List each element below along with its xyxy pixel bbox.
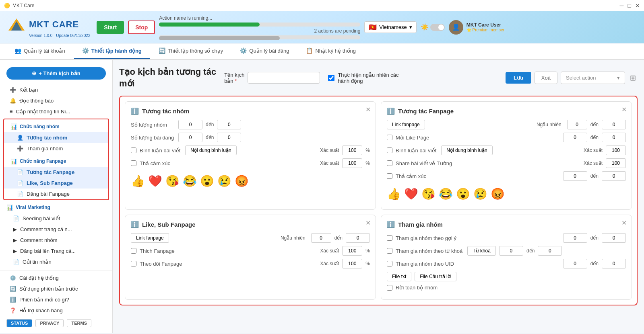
sidebar-item-ket-ban[interactable]: ➕ Kết bạn bbox=[0, 84, 112, 95]
binh-luan-checkbox-2[interactable] bbox=[387, 148, 392, 153]
xoa-button[interactable]: Xoá bbox=[535, 72, 557, 84]
so-luong-nhom-to[interactable] bbox=[217, 120, 241, 129]
moi-like-from[interactable] bbox=[563, 133, 587, 142]
ten-kich-ban-input[interactable] bbox=[248, 72, 320, 84]
select-action-dropdown[interactable]: Select action ▾ bbox=[561, 72, 625, 84]
link-fanpage-btn-2[interactable]: Link fanpage bbox=[387, 120, 425, 129]
tgtk-from[interactable] bbox=[499, 246, 523, 256]
so-luong-nhom-from[interactable] bbox=[178, 120, 202, 129]
close-button[interactable]: ✕ bbox=[635, 2, 640, 9]
xac-suat-input-5[interactable] bbox=[342, 246, 362, 256]
theo-doi-checkbox[interactable] bbox=[131, 261, 136, 266]
ng-nhien-to-3[interactable] bbox=[346, 233, 370, 243]
emoji-angry-2[interactable]: 😡 bbox=[491, 187, 505, 201]
tab-thiet-lap-thong-so[interactable]: 🔄 Thiết lập thông số chạy bbox=[151, 43, 231, 59]
ng-nhien-from-3[interactable] bbox=[311, 233, 331, 243]
binh-luan-checkbox-1[interactable] bbox=[131, 148, 136, 153]
emoji-like-1[interactable]: 👍 bbox=[131, 174, 145, 188]
sidebar-item-dang-bai-trang[interactable]: ▶ Đăng bài lên Trang cá... bbox=[0, 246, 112, 256]
ng-nhien-from-2[interactable] bbox=[567, 120, 587, 129]
theme-switch[interactable] bbox=[430, 24, 445, 31]
maximize-button[interactable]: □ bbox=[628, 2, 631, 9]
card-close-4[interactable]: ✕ bbox=[621, 219, 627, 227]
xac-suat-input-4[interactable] bbox=[606, 158, 626, 168]
sidebar-item-like-sub-fanpage[interactable]: 📄 Like, Sub Fanpage bbox=[4, 178, 108, 189]
luu-button[interactable]: Lưu bbox=[506, 72, 531, 84]
sidebar-item-doc-thong-bao[interactable]: 🔔 Đọc thông báo bbox=[0, 95, 112, 106]
emoji-haha-1[interactable]: 😘 bbox=[165, 174, 180, 188]
emoji-love-1[interactable]: ❤️ bbox=[148, 174, 162, 188]
tgtk-to[interactable] bbox=[538, 246, 562, 256]
grid-icon[interactable]: ⊞ bbox=[628, 72, 638, 84]
tham-gia-tu-khoa-checkbox[interactable] bbox=[387, 248, 392, 254]
language-selector[interactable]: 🇻🇳 Vietnamese ▾ bbox=[364, 21, 416, 33]
share-checkbox[interactable] bbox=[387, 160, 392, 166]
sidebar-item-tuong-tac-fanpage[interactable]: 📄 Tương tác Fanpage bbox=[4, 167, 108, 178]
card-close-2[interactable]: ✕ bbox=[621, 106, 627, 113]
sidebar-item-comment-trang[interactable]: ▶ Comment trang cá n... bbox=[0, 224, 112, 235]
file-cau-tra-loi-btn[interactable]: File Câu trả lời bbox=[415, 272, 456, 281]
xac-suat-input-6[interactable] bbox=[342, 259, 362, 268]
file-txt-btn[interactable]: File txt bbox=[387, 272, 411, 281]
sidebar-item-cap-nhat[interactable]: ≡ Cập nhật thông tin Ni... bbox=[0, 106, 112, 117]
card-close-3[interactable]: ✕ bbox=[365, 219, 371, 227]
xac-suat-input-2[interactable] bbox=[342, 158, 362, 168]
sidebar-item-cai-dat[interactable]: ⚙️ Cài đặt hệ thống bbox=[0, 273, 112, 283]
sidebar-item-ho-tro[interactable]: ❓ Hỗ trợ khách hàng bbox=[0, 305, 112, 316]
tguid-from[interactable] bbox=[563, 259, 587, 268]
tab-nhat-ky-he-thong[interactable]: 📋 Nhật ký hệ thống bbox=[298, 43, 364, 59]
so-luong-bai-to[interactable] bbox=[217, 133, 241, 142]
status-button[interactable]: STATUS bbox=[6, 319, 32, 327]
thich-fanpage-checkbox[interactable] bbox=[131, 248, 136, 254]
emoji-sad-2[interactable]: 😮 bbox=[456, 187, 470, 201]
tu-khoa-btn[interactable]: Từ khoá bbox=[467, 246, 496, 256]
roi-toan-bo-checkbox[interactable] bbox=[387, 285, 392, 291]
tha-cam-xuc-checkbox-1[interactable] bbox=[131, 160, 136, 166]
tham-gia-goi-y-checkbox[interactable] bbox=[387, 235, 392, 241]
tha-cam-xuc-checkbox-2[interactable] bbox=[387, 173, 392, 179]
tggy-from[interactable] bbox=[563, 233, 587, 243]
minimize-button[interactable]: ─ bbox=[620, 2, 624, 9]
emoji-haha-2[interactable]: 😘 bbox=[421, 187, 436, 201]
tab-quan-ly-bai-dang[interactable]: ⚙️ Quản lý bài đăng bbox=[232, 43, 297, 59]
emoji-cry-2[interactable]: 😢 bbox=[473, 187, 487, 201]
noi-dung-binh-luan-btn-1[interactable]: Nội dung bình luận bbox=[185, 145, 236, 155]
sidebar-item-gui-tin-nhan[interactable]: 📄 Gửi tin nhắn bbox=[0, 256, 112, 267]
cam-xuc-from[interactable] bbox=[563, 171, 587, 181]
terms-button[interactable]: TERMS bbox=[67, 319, 91, 327]
tab-thiet-lap-hanh-dong[interactable]: ⚙️ Thiết lập hành động bbox=[74, 43, 150, 59]
sidebar-item-tham-gia-nhom[interactable]: ➕ Tham gia nhóm bbox=[4, 143, 108, 154]
sidebar-item-seeding[interactable]: 📄 Seeding bài viết bbox=[0, 213, 112, 224]
noi-dung-btn-2[interactable]: Nội dung bình luận bbox=[441, 145, 492, 155]
ngau-nhien-checkbox[interactable] bbox=[328, 75, 334, 81]
tguid-to[interactable] bbox=[602, 259, 626, 268]
start-button[interactable]: Start bbox=[97, 21, 124, 34]
cam-xuc-to[interactable] bbox=[602, 171, 626, 181]
emoji-cry-1[interactable]: 😢 bbox=[217, 174, 231, 188]
ng-nhien-to-2[interactable] bbox=[602, 120, 626, 129]
xac-suat-input-1[interactable] bbox=[342, 145, 362, 155]
sidebar-item-phien-ban-moi[interactable]: ℹ️ Phiên bản mới có gì? bbox=[0, 294, 112, 305]
emoji-love-2[interactable]: ❤️ bbox=[404, 187, 418, 201]
tham-gia-uid-checkbox[interactable] bbox=[387, 261, 392, 266]
moi-like-page-checkbox[interactable] bbox=[387, 135, 392, 140]
card-close-1[interactable]: ✕ bbox=[365, 106, 371, 113]
emoji-sad-1[interactable]: 😮 bbox=[200, 174, 214, 188]
sidebar-item-tuong-tac-nhom[interactable]: 👤 Tương tác nhóm bbox=[4, 132, 108, 143]
so-luong-bai-from[interactable] bbox=[178, 133, 202, 142]
link-fanpage-btn-3[interactable]: Link fanpage bbox=[131, 233, 169, 243]
add-kich-ban-button[interactable]: ⊕ + Thêm kịch bản bbox=[6, 67, 106, 80]
emoji-angry-1[interactable]: 😡 bbox=[235, 174, 249, 188]
sidebar-item-comment-nhom[interactable]: ▶ Comment nhóm bbox=[0, 235, 112, 246]
emoji-wow-2[interactable]: 😂 bbox=[439, 187, 453, 201]
privacy-button[interactable]: PRIVACY bbox=[35, 319, 64, 327]
sidebar-item-phien-ban-truoc[interactable]: 🔄 Sử dụng phiên bản trước bbox=[0, 283, 112, 294]
emoji-wow-1[interactable]: 😂 bbox=[183, 174, 197, 188]
sidebar-item-dang-bai-fanpage[interactable]: 📄 Đăng bài Fanpage bbox=[4, 189, 108, 199]
tggy-to[interactable] bbox=[602, 233, 626, 243]
emoji-like-2[interactable]: 👍 bbox=[387, 187, 401, 201]
stop-button[interactable]: Stop bbox=[128, 20, 155, 34]
moi-like-to[interactable] bbox=[602, 133, 626, 142]
xac-suat-input-3[interactable] bbox=[606, 145, 626, 155]
tab-quan-ly-tai-khoan[interactable]: 👥 Quản lý tài khoản bbox=[6, 43, 73, 59]
